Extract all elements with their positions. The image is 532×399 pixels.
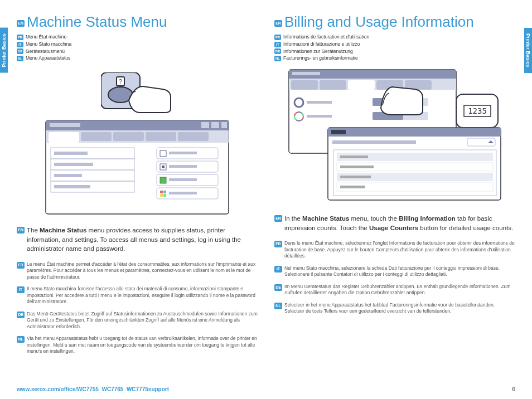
lang-badge: NL xyxy=(17,56,23,61)
svg-text:?: ? xyxy=(119,79,122,85)
translation-de: DEDas Menü Gerätestatus bietet Zugriff a… xyxy=(17,311,258,330)
translation-text: Selecteer in het menu Apparaatstatus het… xyxy=(284,302,495,314)
footer-link[interactable]: www.xerox.com/office/WC7755_WC7765_WC777… xyxy=(17,386,169,392)
counter-display: 1235 xyxy=(468,106,487,115)
lang-badge: IT xyxy=(274,266,282,273)
title-text: Billing and Usage Information xyxy=(284,13,474,30)
lang-text: Informations de facturation et d'utilisa… xyxy=(283,34,369,40)
svg-rect-42 xyxy=(292,72,320,75)
svg-rect-63 xyxy=(331,130,346,134)
lang-list-left: FRMenu État machine ITMenu Stato macchin… xyxy=(17,34,258,62)
side-tab-left: Printer Basics xyxy=(0,28,8,73)
svg-rect-15 xyxy=(178,132,209,141)
lang-badge: NL xyxy=(274,56,281,61)
svg-rect-36 xyxy=(163,191,166,193)
screen-mockup-left xyxy=(17,120,258,215)
svg-rect-12 xyxy=(81,132,112,141)
svg-rect-11 xyxy=(49,132,79,143)
bold-text: Usage Counters xyxy=(369,225,418,231)
svg-rect-44 xyxy=(291,80,318,90)
svg-rect-8 xyxy=(211,122,219,128)
hand-press-illustration: ? xyxy=(17,72,258,114)
left-column: ENMachine Status Menu FRMenu État machin… xyxy=(17,13,258,393)
lang-badge-en: EN xyxy=(274,20,282,27)
lang-list-right: FRInformations de facturation et d'utili… xyxy=(274,34,515,62)
section-title-left: ENMachine Status Menu xyxy=(17,13,258,31)
translation-text: Via het menu Apparaatstatus hebt u toega… xyxy=(27,335,257,354)
translation-fr: FRDans le menu État machine, sélectionne… xyxy=(274,240,515,259)
translation-nl: NLSelecteer in het menu Apparaatstatus h… xyxy=(274,302,515,315)
svg-rect-21 xyxy=(54,174,82,177)
lang-badge: DE xyxy=(17,312,25,318)
main-description-right: EN In the Machine Status menu, touch the… xyxy=(274,214,515,232)
svg-rect-29 xyxy=(162,166,165,168)
translation-nl: NLVia het menu Apparaatstatus hebt u toe… xyxy=(17,335,258,354)
translation-text: Il menu Stato macchina fornisce l'access… xyxy=(27,286,255,304)
lang-badge: DE xyxy=(274,284,282,291)
svg-rect-74 xyxy=(340,186,365,188)
text: The xyxy=(27,227,40,233)
lang-badge-en: EN xyxy=(17,20,25,27)
footer: www.xerox.com/office/WC7755_WC7765_WC777… xyxy=(17,386,515,392)
svg-rect-50 xyxy=(307,101,332,104)
svg-rect-46 xyxy=(348,80,375,90)
bold-text: Billing Information xyxy=(399,215,456,222)
svg-rect-68 xyxy=(340,155,368,158)
svg-rect-6 xyxy=(50,123,80,127)
svg-rect-72 xyxy=(340,176,371,178)
lang-badge: DE xyxy=(17,48,23,54)
svg-rect-37 xyxy=(160,194,163,197)
svg-rect-38 xyxy=(163,194,166,197)
translation-de: DEIm Menü Gerätestatus das Register Gebü… xyxy=(274,284,515,296)
translation-text: Im Menü Gerätestatus das Register Gebühr… xyxy=(284,284,510,295)
lang-badge: FR xyxy=(17,262,25,269)
lang-badge-en: EN xyxy=(274,215,282,222)
lang-badge: FR xyxy=(17,35,23,40)
lang-badge: DE xyxy=(274,48,281,54)
lang-text: Menu Apparaatstatus xyxy=(26,55,70,61)
lang-badge: NL xyxy=(274,303,282,309)
lang-text: Menu État machine xyxy=(26,34,66,40)
text: menu, touch the xyxy=(349,215,399,222)
lang-text: Informazioni di fatturazione e utilizzo xyxy=(283,41,360,47)
lang-text: Menu Stato macchina xyxy=(26,41,71,47)
title-text: Machine Status Menu xyxy=(27,13,167,30)
translation-text: Dans le menu État machine, sélectionnez … xyxy=(284,240,515,259)
svg-rect-35 xyxy=(160,191,163,193)
bold-text: Machine Status xyxy=(40,227,86,233)
lang-badge: IT xyxy=(17,286,25,293)
lang-badge: IT xyxy=(17,42,23,47)
lang-text: Informationen zur Gerätenutzung xyxy=(283,48,353,54)
lang-text: Gerätestatusmenü xyxy=(26,48,65,54)
lang-badge: NL xyxy=(17,336,25,343)
svg-rect-70 xyxy=(340,166,374,168)
svg-rect-19 xyxy=(54,163,93,166)
hand-icon xyxy=(381,87,423,115)
svg-rect-7 xyxy=(201,122,209,128)
svg-rect-30 xyxy=(169,165,197,168)
side-tab-right: Printer Basics xyxy=(524,28,532,73)
lang-badge: IT xyxy=(274,42,281,47)
translation-fr: FRLe menu État machine permet d'accéder … xyxy=(17,261,258,280)
svg-rect-14 xyxy=(146,132,176,141)
svg-rect-32 xyxy=(160,177,166,183)
svg-rect-39 xyxy=(169,192,197,194)
lang-text: Facturerings- en gebruiksinformatie xyxy=(283,55,358,61)
text: In the xyxy=(284,215,302,222)
text: button for detailed usage counts. xyxy=(418,225,513,231)
lang-badge: FR xyxy=(274,35,281,40)
svg-rect-56 xyxy=(307,115,332,118)
svg-rect-13 xyxy=(113,132,144,141)
lang-badge: FR xyxy=(274,241,282,247)
svg-rect-45 xyxy=(320,80,346,90)
svg-rect-23 xyxy=(54,185,90,188)
svg-rect-9 xyxy=(221,122,227,128)
bold-text: Machine Status xyxy=(302,215,349,222)
svg-rect-26 xyxy=(169,152,197,154)
right-column: ENBilling and Usage Information FRInform… xyxy=(274,13,515,393)
svg-rect-17 xyxy=(54,152,88,155)
translation-text: Nel menu Stato macchina, selezionare la … xyxy=(284,265,500,277)
svg-rect-64 xyxy=(332,140,416,144)
lang-badge-en: EN xyxy=(17,227,25,233)
translation-text: Le menu État machine permet d'accéder à … xyxy=(27,261,255,280)
